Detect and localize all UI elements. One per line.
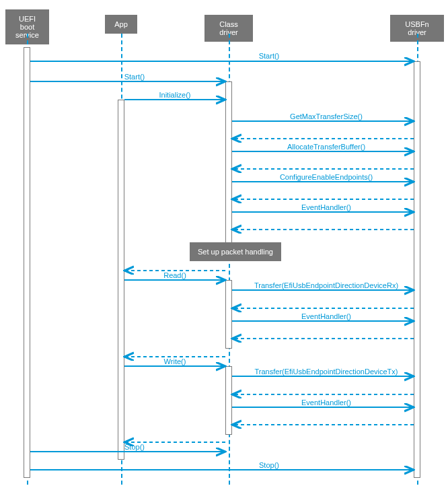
activation-class-1 [225, 81, 232, 243]
label-read: Read() [128, 271, 222, 279]
label-stop-usbfn: Stop() [202, 461, 336, 469]
note-setup-packet: Set up packet handling [190, 242, 281, 261]
label-initialize: Initialize() [128, 91, 222, 99]
label-alloc: AllocateTransferBuffer() [242, 143, 410, 151]
label-config: ConfigureEnableEndpoints() [242, 173, 410, 181]
label-getmax: GetMaxTransferSize() [242, 112, 410, 120]
label-start-class: Start() [67, 73, 202, 81]
label-write: Write() [128, 357, 222, 365]
activation-app [118, 100, 124, 460]
activation-class-3 [225, 366, 232, 435]
label-start-usbfn: Start() [202, 52, 336, 60]
activation-usbfn [414, 61, 420, 478]
label-evh2: EventHandler() [242, 312, 410, 320]
label-ttx: Transfer(EfiUsbEndpointDirectionDeviceTx… [235, 368, 417, 376]
participant-app: App [105, 15, 137, 34]
label-trx: Transfer(EfiUsbEndpointDirectionDeviceRx… [235, 281, 417, 289]
activation-class-2 [225, 280, 232, 349]
activation-uefi [24, 47, 30, 478]
label-stop-class: Stop() [67, 443, 202, 451]
label-evh1: EventHandler() [242, 203, 410, 211]
label-evh3: EventHandler() [242, 398, 410, 407]
